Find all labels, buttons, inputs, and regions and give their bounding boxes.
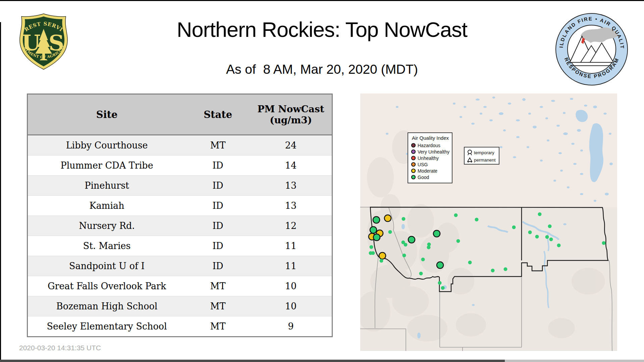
monitor-dot[interactable] [602,241,606,245]
cell-pm-value: 14 [250,156,332,176]
aqi-legend-label: Hazardous [418,143,440,148]
aqi-legend-label: Unhealthy [418,156,439,161]
aqi-color-dot-icon [411,156,416,161]
aqi-legend-label: USG [418,162,428,167]
monitor-dot[interactable] [468,261,472,264]
monitor-dot[interactable] [433,230,440,237]
aqi-legend-label: Very Unhealthy [418,149,449,155]
cell-site: Plummer CDA Tribe [28,156,186,176]
monitor-dot[interactable] [371,251,375,255]
aqi-legend-item: Moderate [411,168,450,174]
window-frame-bottom [0,360,505,362]
monitor-dot[interactable] [512,226,516,229]
monitor-dot[interactable] [491,269,495,273]
aqi-legend-item: Very Unhealthy [411,148,450,155]
monitor-dot[interactable] [402,217,406,221]
monitor-dot[interactable] [408,236,415,243]
cell-pm-value: 10 [250,296,332,316]
column-header-site: Site [28,94,186,135]
monitor-dot[interactable] [402,254,406,257]
table-row: Kamiah ID 13 [28,196,332,216]
window-frame-bottom-right [505,360,644,362]
table-row: Seeley Elementary School MT 9 [28,316,332,337]
monitor-dot[interactable] [441,286,445,290]
table-row: Sandpoint U of I ID 11 [28,256,332,276]
monitor-dot[interactable] [388,230,392,234]
monitor-dot[interactable] [379,252,386,259]
page-subtitle: As of 8 AM, Mar 20, 2020 (MDT) [0,62,644,77]
temporary-monitor-label: temporary [474,150,494,155]
aqi-color-dot-icon [411,175,416,180]
cell-pm-value: 13 [250,176,332,196]
table-row: Nursery Rd. ID 12 [28,216,332,236]
monitor-dot[interactable] [421,258,425,261]
nowcast-table: Site State PM NowCast (ug/m3) Libby Cour… [27,94,333,337]
monitor-dot[interactable] [548,225,552,228]
table-row: Plummer CDA Tribe ID 14 [28,156,332,176]
monitor-dot[interactable] [454,214,458,217]
aqi-color-dot-icon [411,168,416,173]
cell-pm-value: 12 [250,216,332,236]
cell-state: ID [186,256,250,276]
aqi-color-dot-icon [411,149,416,154]
aqi-legend-label: Moderate [418,168,437,174]
monitor-dot[interactable] [535,235,539,239]
cell-pm-value: 24 [250,135,332,156]
cell-state: ID [186,176,250,196]
cell-state: MT [186,296,250,316]
monitor-dot[interactable] [538,213,542,216]
monitor-dot[interactable] [438,281,442,285]
cell-pm-value: 9 [250,316,332,337]
report-page: FOREST SERVICE U S DEPARTMENT OF AGRICUL… [0,0,644,362]
monitor-dot[interactable] [427,246,431,249]
aqi-color-dot-icon [411,162,416,167]
generation-timestamp: 2020-03-20 14:31:35 UTC [19,344,101,352]
aqi-legend-item: Unhealthy [411,155,450,161]
permanent-monitor-row: permanent [467,156,497,164]
monitor-dot[interactable] [475,218,479,222]
window-frame-top [0,0,644,1]
column-header-pm-nowcast: PM NowCast (ug/m3) [250,94,332,135]
monitor-dot[interactable] [373,217,380,223]
cell-site: Pinehurst [28,176,186,196]
temporary-monitor-row: temporary [467,149,497,156]
cell-site: St. Maries [28,236,186,256]
cell-site: Bozeman High School [28,296,186,316]
table-row: Bozeman High School MT 10 [28,296,332,316]
cell-pm-value: 13 [250,196,332,216]
table-row: Great Falls Overlook Park MT 10 [28,276,332,296]
aqi-legend-item: USG [411,161,450,168]
aqi-legend-item: Good [411,174,450,180]
monitor-dot[interactable] [557,244,561,247]
table-row: Pinehurst ID 13 [28,176,332,196]
aqi-legend-title: Air Quality Index [411,135,450,141]
monitor-dot[interactable] [419,272,423,276]
monitor-dot[interactable] [545,235,549,239]
cell-pm-value: 11 [250,256,332,276]
permanent-monitor-icon [467,157,473,163]
monitor-dot[interactable] [504,267,507,271]
cell-site: Seeley Elementary School [28,316,186,337]
cell-pm-value: 10 [250,276,332,296]
monitor-dot[interactable] [404,243,408,247]
cell-state: MT [186,135,250,156]
page-title: Northern Rockies: Top NowCast [0,17,644,42]
monitor-dot[interactable] [370,227,377,233]
cell-state: ID [186,196,250,216]
table-row: St. Maries ID 11 [28,236,332,256]
monitor-dot[interactable] [549,238,553,241]
monitor-dot[interactable] [373,234,380,241]
monitor-dot[interactable] [370,245,373,249]
monitor-dot[interactable] [380,259,383,263]
table-row: Libby Courthouse MT 24 [28,135,332,156]
monitor-dot[interactable] [528,231,532,234]
cell-state: MT [186,276,250,296]
monitor-dot[interactable] [437,262,443,268]
cell-site: Nursery Rd. [28,216,186,236]
monitor-dot[interactable] [384,215,391,222]
cell-state: ID [186,216,250,236]
monitor-type-legend: temporary permanent [464,147,499,165]
monitor-dot[interactable] [457,239,460,243]
cell-site: Sandpoint U of I [28,256,186,276]
air-quality-map[interactable]: Air Quality Index Hazardous Very Unhealt… [360,94,617,351]
